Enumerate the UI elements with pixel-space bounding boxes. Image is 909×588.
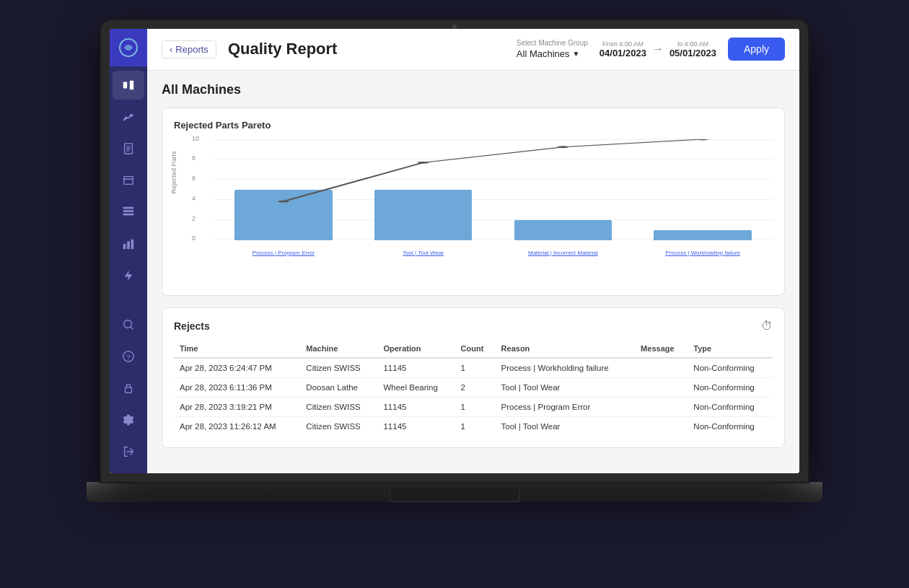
cell-3-6: Non-Conforming bbox=[688, 416, 773, 436]
rejects-table: Time Machine Operation Count Reason Mess… bbox=[174, 340, 773, 436]
bar-1[interactable] bbox=[374, 190, 473, 240]
svg-marker-15 bbox=[125, 270, 133, 280]
pareto-chart-container: Rejected Parts 10 8 6 4 2 bbox=[174, 139, 773, 284]
date-arrow-icon: → bbox=[652, 43, 664, 56]
bar-group-3: Process | Workholding failure bbox=[633, 139, 773, 240]
cell-1-5 bbox=[635, 377, 688, 397]
section-title: All Machines bbox=[162, 82, 785, 97]
date-from-label: From 6:00 AM bbox=[602, 40, 644, 48]
cell-0-1: Citizen SWISS bbox=[300, 358, 377, 378]
sidebar-item-search[interactable] bbox=[113, 310, 144, 339]
svg-point-16 bbox=[124, 320, 132, 328]
date-range: From 6:00 AM 04/01/2023 → to 6:00 AM 05/… bbox=[600, 40, 716, 58]
main-content: ‹ Reports Quality Report Select Machine … bbox=[147, 29, 799, 473]
back-label: Reports bbox=[175, 44, 208, 55]
table-row-1: Apr 28, 2023 6:11:36 PMDoosan LatheWheel… bbox=[174, 377, 773, 397]
sidebar-bottom: ? bbox=[113, 309, 144, 473]
app-screen: ? bbox=[110, 29, 799, 473]
bar-0[interactable] bbox=[234, 190, 333, 240]
bars-area: Process | Program ErrorTool | Tool WearM… bbox=[214, 139, 773, 240]
svg-rect-1 bbox=[123, 82, 127, 88]
bar-2[interactable] bbox=[514, 220, 612, 240]
cell-2-2: 11145 bbox=[377, 397, 454, 416]
svg-line-17 bbox=[131, 327, 133, 329]
cell-2-0: Apr 28, 2023 3:19:21 PM bbox=[174, 397, 300, 416]
cell-3-5 bbox=[635, 416, 688, 436]
bar-label-0[interactable]: Process | Program Error bbox=[252, 250, 315, 256]
sidebar-item-lock[interactable] bbox=[113, 374, 144, 403]
cell-1-0: Apr 28, 2023 6:11:36 PM bbox=[174, 377, 300, 397]
col-type: Type bbox=[688, 340, 773, 358]
cell-0-4: Process | Workholding failure bbox=[496, 358, 636, 378]
chart-y-label: Rejected Parts bbox=[170, 151, 177, 193]
rejects-title: Rejects bbox=[174, 320, 210, 332]
sidebar-item-bolt[interactable] bbox=[113, 261, 144, 290]
col-count: Count bbox=[455, 340, 496, 358]
sidebar-item-compare[interactable] bbox=[113, 71, 144, 100]
cell-0-2: 11145 bbox=[377, 358, 454, 378]
cell-2-4: Process | Program Error bbox=[496, 397, 636, 416]
logo-icon[interactable] bbox=[110, 29, 147, 66]
bar-3[interactable] bbox=[654, 230, 752, 240]
cell-1-3: 2 bbox=[455, 377, 496, 397]
table-row-3: Apr 28, 2023 11:26:12 AMCitizen SWISS111… bbox=[174, 416, 773, 436]
cell-1-6: Non-Conforming bbox=[688, 377, 773, 397]
laptop-camera bbox=[452, 25, 457, 29]
bar-group-2: Material | Incorrect Material bbox=[493, 139, 633, 240]
cell-3-1: Citizen SWISS bbox=[300, 416, 377, 436]
bar-label-2[interactable]: Material | Incorrect Material bbox=[528, 250, 598, 256]
machine-group-value: All Machines bbox=[517, 48, 570, 59]
svg-rect-10 bbox=[123, 210, 133, 212]
bar-label-3[interactable]: Process | Workholding failure bbox=[665, 250, 740, 256]
sidebar-item-reports[interactable] bbox=[113, 134, 144, 163]
col-time: Time bbox=[174, 340, 300, 358]
cell-3-2: 11145 bbox=[377, 416, 454, 436]
table-row-0: Apr 28, 2023 6:24:47 PMCitizen SWISS1114… bbox=[174, 358, 773, 378]
sidebar-item-analytics[interactable] bbox=[113, 102, 144, 131]
cell-0-5 bbox=[635, 358, 688, 378]
content-area: All Machines Rejected Parts Pareto Rejec… bbox=[147, 71, 799, 473]
sidebar-item-settings[interactable] bbox=[113, 405, 144, 434]
rejects-card: Rejects ⏱ Time Machine Operation Count bbox=[162, 307, 785, 448]
svg-rect-7 bbox=[124, 176, 133, 184]
svg-text:?: ? bbox=[126, 352, 131, 360]
laptop-trackpad bbox=[390, 489, 519, 502]
date-from-block: From 6:00 AM 04/01/2023 bbox=[600, 40, 646, 58]
cell-2-5 bbox=[635, 397, 688, 416]
cell-3-0: Apr 28, 2023 11:26:12 AM bbox=[174, 416, 300, 436]
page-title: Quality Report bbox=[228, 40, 338, 58]
col-reason: Reason bbox=[496, 340, 636, 358]
cell-0-0: Apr 28, 2023 6:24:47 PM bbox=[174, 358, 300, 378]
clock-icon[interactable]: ⏱ bbox=[761, 320, 773, 333]
col-message: Message bbox=[635, 340, 688, 358]
bar-group-0: Process | Program Error bbox=[214, 139, 354, 240]
sidebar-item-chart2[interactable] bbox=[113, 229, 144, 258]
machine-group-selector[interactable]: Select Machine Group All Machines ▼ bbox=[517, 39, 588, 59]
table-header: Time Machine Operation Count Reason Mess… bbox=[174, 340, 773, 358]
back-button[interactable]: ‹ Reports bbox=[162, 40, 216, 58]
sidebar-item-logout[interactable] bbox=[113, 437, 144, 466]
cell-0-3: 1 bbox=[455, 358, 496, 378]
svg-rect-11 bbox=[123, 213, 133, 215]
apply-button[interactable]: Apply bbox=[728, 38, 785, 61]
sidebar-item-help[interactable]: ? bbox=[113, 342, 144, 371]
cell-2-3: 1 bbox=[455, 397, 496, 416]
cell-3-3: 1 bbox=[455, 416, 496, 436]
bar-label-1[interactable]: Tool | Tool Wear bbox=[403, 250, 444, 256]
svg-rect-13 bbox=[127, 241, 130, 249]
col-operation: Operation bbox=[377, 340, 454, 358]
date-to-label: to 6:00 AM bbox=[677, 40, 708, 48]
cell-1-2: Wheel Bearing bbox=[377, 377, 454, 397]
machine-group-dropdown[interactable]: All Machines ▼ bbox=[517, 48, 580, 59]
date-from-value: 04/01/2023 bbox=[600, 48, 646, 58]
sidebar-item-tools[interactable] bbox=[113, 166, 144, 195]
svg-rect-20 bbox=[126, 387, 132, 392]
date-to-value: 05/01/2023 bbox=[669, 48, 716, 58]
col-machine: Machine bbox=[300, 340, 377, 358]
sidebar-item-data[interactable] bbox=[113, 198, 144, 227]
pareto-chart-card: Rejected Parts Pareto Rejected Parts 10 … bbox=[162, 107, 785, 296]
cell-1-4: Tool | Tool Wear bbox=[496, 377, 636, 397]
rejects-table-body: Apr 28, 2023 6:24:47 PMCitizen SWISS1114… bbox=[174, 358, 773, 436]
cell-2-6: Non-Conforming bbox=[688, 397, 773, 416]
svg-rect-12 bbox=[123, 244, 126, 249]
